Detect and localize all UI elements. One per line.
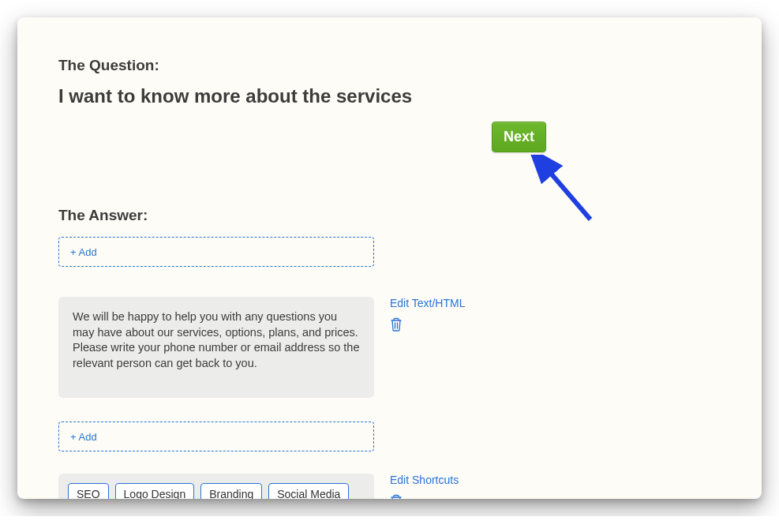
shortcut-chip[interactable]: Branding [200, 483, 262, 499]
edit-text-link[interactable]: Edit Text/HTML [390, 297, 465, 309]
answer-text-block: We will be happy to help you with any qu… [58, 297, 374, 398]
text-block-actions: Edit Text/HTML [390, 297, 465, 332]
shortcut-chip[interactable]: SEO [68, 483, 109, 499]
editor-card: The Question: I want to know more about … [17, 17, 762, 499]
trash-icon[interactable] [390, 317, 403, 332]
add-label: + Add [70, 431, 97, 443]
shortcut-chip[interactable]: Logo Design [115, 483, 195, 499]
shortcuts-block-actions: Edit Shortcuts [390, 474, 459, 499]
add-block-top[interactable]: + Add [58, 237, 374, 267]
edit-shortcuts-link[interactable]: Edit Shortcuts [390, 474, 459, 486]
add-label: + Add [70, 246, 97, 258]
add-block-mid[interactable]: + Add [58, 421, 374, 451]
shortcut-chip[interactable]: Social Media [268, 483, 349, 499]
trash-icon[interactable] [390, 494, 403, 499]
answer-label: The Answer: [58, 207, 721, 224]
question-label: The Question: [58, 57, 721, 74]
next-button[interactable]: Next [492, 122, 546, 152]
shortcuts-block: SEO Logo Design Branding Social Media [58, 474, 374, 499]
question-text: I want to know more about the services [58, 85, 721, 107]
